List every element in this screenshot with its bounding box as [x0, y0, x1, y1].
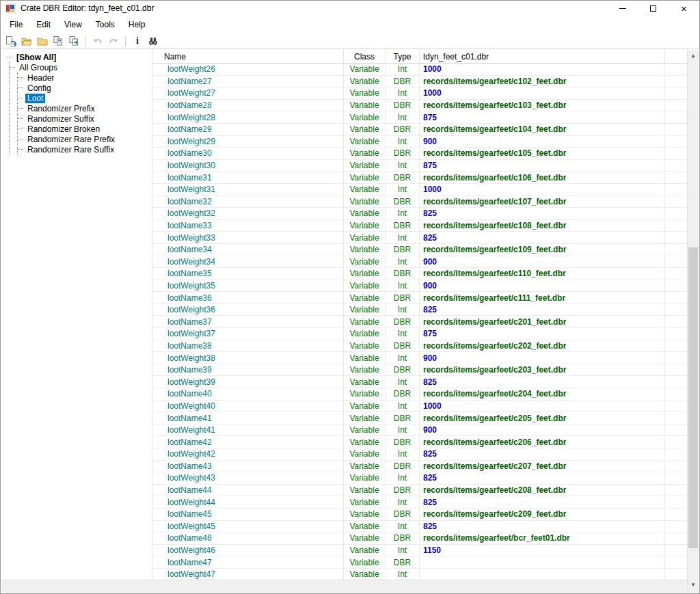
scrollbar-thumb[interactable] [688, 247, 698, 548]
cell-value[interactable]: 825 [420, 521, 665, 532]
close-button[interactable]: × [669, 1, 699, 16]
minimize-button[interactable] [607, 1, 638, 16]
table-row[interactable]: lootName35VariableDBRrecords/items/gearf… [152, 268, 699, 280]
cell-value[interactable]: records/items/gearfeet/c110_feet.dbr [420, 268, 665, 280]
menu-file[interactable]: File [3, 17, 29, 32]
table-row[interactable]: lootName38VariableDBRrecords/items/gearf… [152, 340, 699, 353]
cell-value[interactable]: 1000 [420, 184, 665, 195]
info-icon[interactable]: i [131, 35, 144, 47]
vertical-scrollbar[interactable]: ▲ ▼ [687, 50, 699, 590]
cell-value[interactable]: records/items/gearfeet/c208_feet.dbr [420, 485, 665, 496]
table-row[interactable]: lootWeight30VariableInt875 [152, 160, 699, 172]
cell-value[interactable]: 875 [420, 160, 665, 172]
cell-value[interactable]: records/items/gearfeet/c103_feet.dbr [420, 100, 665, 111]
table-row[interactable]: lootWeight38VariableInt900 [152, 352, 699, 364]
table-row[interactable]: lootWeight29VariableInt900 [152, 136, 699, 148]
cell-value[interactable]: records/items/gearfeet/c209_feet.dbr [420, 509, 665, 520]
cell-value[interactable]: records/items/gearfeet/c104_feet.dbr [420, 124, 665, 135]
cell-value[interactable]: records/items/gearfeet/c105_feet.dbr [420, 148, 665, 159]
table-row[interactable]: lootWeight42VariableInt825 [152, 448, 699, 461]
menu-tools[interactable]: Tools [89, 17, 122, 32]
table-row[interactable]: lootName39VariableDBRrecords/items/gearf… [152, 364, 699, 377]
tree-item-loot[interactable]: Loot [18, 93, 152, 103]
cell-value[interactable]: 1150 [420, 545, 665, 556]
menu-edit[interactable]: Edit [29, 17, 57, 32]
cell-value[interactable]: 1000 [420, 87, 665, 99]
cell-value[interactable]: 825 [420, 304, 665, 316]
cell-value[interactable]: 825 [420, 472, 665, 484]
table-row[interactable]: lootName45VariableDBRrecords/items/gearf… [152, 509, 699, 521]
column-header-type[interactable]: Type [386, 50, 420, 63]
table-row[interactable]: lootName47VariableDBR [152, 556, 699, 569]
table-row[interactable]: lootName31VariableDBRrecords/items/gearf… [152, 172, 699, 184]
cell-value[interactable]: records/items/gearfeet/c201_feet.dbr [420, 316, 665, 327]
folder-icon[interactable] [36, 35, 49, 47]
menu-help[interactable]: Help [122, 17, 152, 32]
column-header-name[interactable]: Name [152, 50, 344, 63]
table-row[interactable]: lootName36VariableDBRrecords/items/gearf… [152, 292, 699, 304]
tree-item-config[interactable]: Config [18, 83, 152, 93]
cell-value[interactable]: records/items/gearfeet/bcr_feet01.dbr [420, 532, 665, 544]
convert-icon[interactable] [5, 35, 17, 47]
table-row[interactable]: lootWeight32VariableInt825 [152, 208, 699, 220]
tree-item-randomizer-broken[interactable]: Randomizer Broken [18, 124, 152, 134]
table-row[interactable]: lootWeight35VariableInt900 [152, 280, 699, 293]
table-row[interactable]: lootWeight34VariableInt900 [152, 256, 699, 269]
tree-item-header[interactable]: Header [18, 72, 152, 83]
undo-icon[interactable] [92, 35, 104, 47]
column-header-file[interactable]: tdyn_feet_c01.dbr [420, 50, 665, 63]
cell-value[interactable]: 1000 [420, 64, 665, 75]
tree-item-randomizer-prefix[interactable]: Randomizer Prefix [18, 103, 152, 113]
open-folder-icon[interactable] [21, 35, 33, 47]
table-row[interactable]: lootName34VariableDBRrecords/items/gearf… [152, 244, 699, 256]
column-header-class[interactable]: Class [344, 50, 386, 63]
table-row[interactable]: lootWeight31VariableInt1000 [152, 184, 699, 196]
table-row[interactable]: lootName33VariableDBRrecords/items/gearf… [152, 220, 699, 232]
table-row[interactable]: lootName40VariableDBRrecords/items/gearf… [152, 388, 699, 401]
cell-value[interactable]: records/items/gearfeet/c109_feet.dbr [420, 244, 665, 256]
tree-item-randomizer-rare-suffix[interactable]: Randomizer Rare Suffix [18, 144, 152, 154]
cell-value[interactable]: 825 [420, 208, 665, 219]
cell-value[interactable]: 900 [420, 136, 665, 148]
table-row[interactable]: lootName46VariableDBRrecords/items/gearf… [152, 532, 699, 545]
tree-item-all-groups[interactable]: All Groups [10, 62, 152, 72]
cell-value[interactable]: 825 [420, 448, 665, 460]
cell-value[interactable]: 900 [420, 424, 665, 436]
menu-view[interactable]: View [57, 17, 89, 32]
cell-value[interactable]: 825 [420, 496, 665, 508]
cell-value[interactable]: 875 [420, 111, 665, 123]
table-row[interactable]: lootWeight41VariableInt900 [152, 424, 699, 437]
table-row[interactable]: lootName27VariableDBRrecords/items/gearf… [152, 76, 699, 88]
table-row[interactable]: lootName37VariableDBRrecords/items/gearf… [152, 316, 699, 328]
table-row[interactable]: lootWeight33VariableInt825 [152, 232, 699, 244]
scroll-up-arrow[interactable]: ▲ [688, 50, 699, 61]
cell-value[interactable]: 900 [420, 352, 665, 364]
table-row[interactable]: lootWeight26VariableInt1000 [152, 64, 699, 76]
import-records-icon[interactable] [68, 35, 80, 47]
maximize-button[interactable] [638, 1, 669, 16]
table-row[interactable]: lootName30VariableDBRrecords/items/gearf… [152, 148, 699, 160]
table-row[interactable]: lootName32VariableDBRrecords/items/gearf… [152, 196, 699, 208]
table-row[interactable]: lootWeight47VariableInt [152, 569, 699, 580]
cell-value[interactable]: records/items/gearfeet/c106_feet.dbr [420, 172, 665, 183]
tree-item-show-all[interactable]: [Show All] [7, 52, 152, 62]
cell-value[interactable]: records/items/gearfeet/c108_feet.dbr [420, 220, 665, 232]
cell-value[interactable]: 875 [420, 328, 665, 340]
table-row[interactable]: lootName28VariableDBRrecords/items/gearf… [152, 100, 699, 112]
redo-icon[interactable] [107, 35, 120, 47]
table-row[interactable]: lootWeight27VariableInt1000 [152, 87, 699, 100]
cell-value[interactable]: records/items/gearfeet/c206_feet.dbr [420, 436, 665, 448]
cell-value[interactable]: records/items/gearfeet/c204_feet.dbr [420, 388, 665, 400]
table-row[interactable]: lootWeight44VariableInt825 [152, 496, 699, 509]
table-row[interactable]: lootName43VariableDBRrecords/items/gearf… [152, 461, 699, 473]
tree-item-randomizer-rare-prefix[interactable]: Randomizer Rare Prefix [18, 134, 152, 144]
cell-value[interactable]: records/items/gearfeet/c205_feet.dbr [420, 412, 665, 424]
cell-value[interactable]: 825 [420, 376, 665, 388]
table-row[interactable]: lootName44VariableDBRrecords/items/gearf… [152, 485, 699, 497]
find-icon[interactable] [147, 35, 159, 47]
cell-value[interactable] [420, 556, 665, 568]
table-row[interactable]: lootWeight46VariableInt1150 [152, 545, 699, 557]
table-row[interactable]: lootWeight43VariableInt825 [152, 472, 699, 485]
cell-value[interactable] [420, 569, 665, 580]
cell-value[interactable]: 900 [420, 256, 665, 268]
